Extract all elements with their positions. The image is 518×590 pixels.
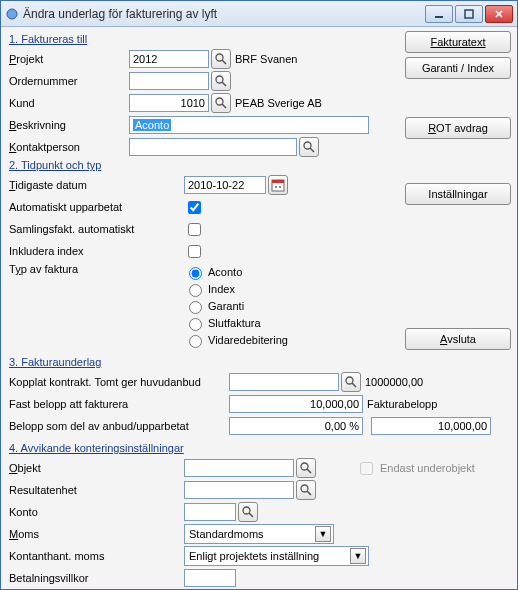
kopplat-value-text: 1000000,00 <box>361 376 427 388</box>
svg-point-9 <box>216 98 223 105</box>
projekt-name-text: BRF Svanen <box>231 53 301 65</box>
resultatenhet-label: Resultatenhet <box>9 484 184 496</box>
tidigaste-calendar-button[interactable] <box>268 175 288 195</box>
tidigaste-label: Tidigaste datum <box>9 179 184 191</box>
fakturabelopp-label: Fakturabelopp <box>363 398 441 410</box>
rot-avdrag-button[interactable]: ROT avdrag <box>405 117 511 139</box>
chevron-down-icon: ▼ <box>315 526 331 542</box>
resultatenhet-input[interactable] <box>184 481 294 499</box>
svg-rect-14 <box>272 180 284 183</box>
svg-line-10 <box>222 104 226 108</box>
svg-line-21 <box>307 469 311 473</box>
svg-point-22 <box>301 485 308 492</box>
ordernummer-label: Ordernummer <box>9 75 129 87</box>
projekt-input[interactable] <box>129 50 209 68</box>
typ-aconto-radio[interactable] <box>189 267 202 280</box>
svg-point-18 <box>346 377 353 384</box>
kontaktperson-input[interactable] <box>129 138 297 156</box>
endast-underobjekt-label: Endast underobjekt <box>376 462 479 474</box>
objekt-lookup-button[interactable] <box>296 458 316 478</box>
svg-point-17 <box>279 186 281 188</box>
moms-select[interactable]: Standardmoms ▼ <box>184 524 334 544</box>
chevron-down-icon: ▼ <box>350 548 366 564</box>
svg-line-19 <box>352 383 356 387</box>
svg-line-23 <box>307 491 311 495</box>
kopplat-label: Kopplat kontrakt. Tomt ger huvudanbud <box>9 376 229 388</box>
avsluta-button[interactable]: Avsluta <box>405 328 511 350</box>
maximize-button[interactable] <box>455 5 483 23</box>
window-title: Ändra underlag för fakturering av lyft <box>23 7 425 21</box>
svg-point-0 <box>7 9 17 19</box>
projekt-lookup-button[interactable] <box>211 49 231 69</box>
endast-underobjekt-checkbox <box>360 462 373 475</box>
konto-lookup-button[interactable] <box>238 502 258 522</box>
svg-line-8 <box>222 82 226 86</box>
typ-label: Typ av faktura <box>9 263 184 275</box>
svg-point-11 <box>304 142 311 149</box>
belopp-del-input[interactable] <box>229 417 363 435</box>
svg-point-20 <box>301 463 308 470</box>
typ-vidaredebitering-radio[interactable] <box>189 335 202 348</box>
section-4-title: 4. Avvikande konteringsinställningar <box>9 442 511 454</box>
kopplat-input[interactable] <box>229 373 339 391</box>
garanti-index-button[interactable]: Garanti / Index <box>405 57 511 79</box>
kontanthant-label: Kontanthant. moms <box>9 550 184 562</box>
tidigaste-input[interactable] <box>184 176 266 194</box>
close-button[interactable] <box>485 5 513 23</box>
auto-upparbetat-label: Automatiskt upparbetat <box>9 201 184 213</box>
svg-line-25 <box>249 513 253 517</box>
svg-point-24 <box>243 507 250 514</box>
typ-index-radio[interactable] <box>189 284 202 297</box>
kund-input[interactable] <box>129 94 209 112</box>
belopp-del-label: Belopp som del av anbud/upparbetat <box>9 420 229 432</box>
kund-label: Kund <box>9 97 129 109</box>
objekt-label: Objekt <box>9 462 184 474</box>
fast-belopp-input[interactable] <box>229 395 363 413</box>
moms-label: Moms <box>9 528 184 540</box>
betalningsvillkor-label: Betalningsvillkor <box>9 572 184 584</box>
beskrivning-label: Beskrivning <box>9 119 129 131</box>
konto-label: Konto <box>9 506 184 518</box>
section-1-title: 1. Faktureras till <box>9 33 399 45</box>
fakturatext-button[interactable]: Fakturatext <box>405 31 511 53</box>
samlingsfakt-checkbox[interactable] <box>188 223 201 236</box>
inkludera-index-label: Inkludera index <box>9 245 184 257</box>
kontaktperson-label: Kontaktperson <box>9 141 129 153</box>
minimize-button[interactable] <box>425 5 453 23</box>
kopplat-lookup-button[interactable] <box>341 372 361 392</box>
svg-line-6 <box>222 60 226 64</box>
section-3-title: 3. Fakturaunderlag <box>9 356 511 368</box>
ordernummer-lookup-button[interactable] <box>211 71 231 91</box>
fast-belopp-label: Fast belopp att fakturera <box>9 398 229 410</box>
objekt-input[interactable] <box>184 459 294 477</box>
app-window: Ändra underlag för fakturering av lyft 1… <box>0 0 518 590</box>
svg-rect-2 <box>465 10 473 18</box>
svg-point-5 <box>216 54 223 61</box>
kontanthant-select[interactable]: Enligt projektets inställning ▼ <box>184 546 369 566</box>
kund-lookup-button[interactable] <box>211 93 231 113</box>
section-2-title: 2. Tidpunkt och typ <box>9 159 399 171</box>
belopp-right-input[interactable] <box>371 417 491 435</box>
svg-point-7 <box>216 76 223 83</box>
beskrivning-input[interactable]: Aconto <box>129 116 369 134</box>
projekt-label: Projekt <box>9 53 129 65</box>
resultatenhet-lookup-button[interactable] <box>296 480 316 500</box>
svg-point-16 <box>275 186 277 188</box>
svg-rect-1 <box>435 16 443 18</box>
installningar-button[interactable]: Inställningar <box>405 183 511 205</box>
samlingsfakt-label: Samlingsfakt. automatiskt <box>9 223 184 235</box>
kontaktperson-lookup-button[interactable] <box>299 137 319 157</box>
auto-upparbetat-checkbox[interactable] <box>188 201 201 214</box>
konto-input[interactable] <box>184 503 236 521</box>
typ-slutfaktura-radio[interactable] <box>189 318 202 331</box>
app-icon <box>5 7 19 21</box>
betalningsvillkor-input[interactable] <box>184 569 236 587</box>
typ-garanti-radio[interactable] <box>189 301 202 314</box>
titlebar: Ändra underlag för fakturering av lyft <box>1 1 517 27</box>
svg-line-12 <box>310 148 314 152</box>
kund-name-text: PEAB Sverige AB <box>231 97 326 109</box>
ordernummer-input[interactable] <box>129 72 209 90</box>
typ-radio-group: Aconto Index Garanti Slutfaktura Vidared… <box>184 263 288 348</box>
inkludera-index-checkbox[interactable] <box>188 245 201 258</box>
